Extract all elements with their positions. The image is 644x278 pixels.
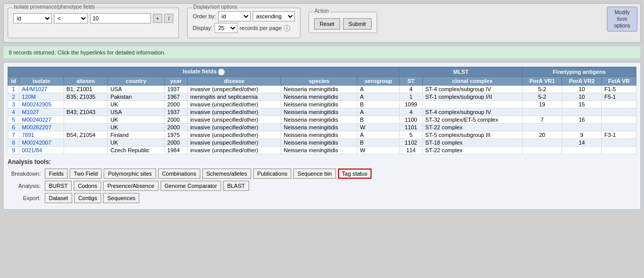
table-cell: meningitis and septicaemia — [188, 93, 281, 100]
table-cell: ST-32 complex/ET-5 complex — [422, 116, 523, 123]
table-cell[interactable]: 6 — [8, 123, 19, 131]
table-cell: Neisseria meningitidis — [281, 85, 357, 93]
export-contigs-button[interactable]: Contigs — [74, 193, 101, 203]
table-cell[interactable]: 4 — [8, 108, 19, 116]
filter-fieldset: Isolate provenance/phenotype fields id i… — [8, 8, 179, 38]
table-cell: UK — [108, 123, 165, 131]
analysis-presence-button[interactable]: Presence/Absence — [103, 181, 158, 191]
breakdown-combinations-button[interactable]: Combinations — [158, 169, 200, 179]
table-cell: 2000 — [165, 138, 188, 146]
finetyping-header: Finetyping antigens — [523, 67, 636, 77]
table-cell: UK — [108, 100, 165, 108]
export-dataset-button[interactable]: Dataset — [45, 193, 72, 203]
table-cell — [602, 100, 636, 108]
table-cell[interactable]: M00242905 — [19, 100, 64, 108]
table-cell: Finland — [108, 131, 165, 138]
table-cell[interactable]: 7891 — [19, 131, 64, 138]
table-cell: B54; Z1054 — [64, 131, 107, 138]
filter-operator-select[interactable]: < <= = >= > contains — [54, 13, 88, 23]
breakdown-twofield-button[interactable]: Two Field — [70, 169, 102, 179]
table-cell[interactable]: 120M — [19, 93, 64, 100]
table-cell: invasive (unspecified/other) — [188, 108, 281, 116]
table-cell: 2000 — [165, 116, 188, 123]
table-cell: 1975 — [165, 131, 188, 138]
table-cell[interactable]: 0021/84 — [19, 146, 64, 154]
table-cell: A — [357, 85, 400, 93]
table-cell[interactable]: M00242007 — [19, 138, 64, 146]
analysis-codons-button[interactable]: Codons — [74, 181, 101, 191]
table-cell: ST-1 complex/subgroup I/II — [422, 93, 523, 100]
breakdown-polymorphic-button[interactable]: Polymorphic sites — [104, 169, 156, 179]
action-fieldset: Action Reset Submit — [309, 12, 377, 33]
table-row: 6M00282207UK2000invasive (unspecified/ot… — [8, 123, 636, 131]
col-year-header: year — [165, 76, 188, 85]
table-cell — [602, 146, 636, 154]
submit-button[interactable]: Submit — [343, 18, 372, 30]
table-cell[interactable]: 5 — [8, 116, 19, 123]
table-cell[interactable]: M00282207 — [19, 123, 64, 131]
table-cell[interactable]: 2 — [8, 93, 19, 100]
table-cell — [523, 138, 562, 146]
col-species-header: species — [281, 76, 357, 85]
col-serogroup-header: serogroup — [357, 76, 400, 85]
table-cell: 16 — [562, 116, 602, 123]
table-cell[interactable]: 3 — [8, 100, 19, 108]
table-cell[interactable]: M1027 — [19, 108, 64, 116]
analysis-row: Analysis: BURST Codons Presence/Absence … — [8, 181, 636, 191]
col-feta-vr-header: FetA VR — [602, 76, 636, 85]
breakdown-seqbin-button[interactable]: Sequence bin — [293, 169, 335, 179]
analysis-burst-button[interactable]: BURST — [45, 181, 72, 191]
table-cell: B43; Z1043 — [64, 108, 107, 116]
table-cell: 1967 — [165, 93, 188, 100]
table-cell: 5-2 — [523, 93, 562, 100]
filter-value-input[interactable] — [90, 13, 151, 23]
table-cell[interactable]: 8 — [8, 138, 19, 146]
per-page-info-icon: i — [284, 25, 290, 32]
table-cell: 2000 — [165, 123, 188, 131]
breakdown-schemes-button[interactable]: Schemes/alleles — [202, 169, 251, 179]
col-clonal-header: clonal complex — [422, 76, 523, 85]
table-cell: invasive (unspecified/other) — [188, 138, 281, 146]
analysis-blast-button[interactable]: BLAST — [223, 181, 249, 191]
filter-field-select[interactable]: id isolate aliases country year disease … — [13, 13, 52, 23]
table-cell[interactable]: 9 — [8, 146, 19, 154]
table-cell: ST-22 complex — [422, 123, 523, 131]
breakdown-tagstatus-button[interactable]: Tag status — [338, 169, 372, 179]
col-id-header: id — [8, 76, 19, 85]
analysis-genome-button[interactable]: Genome Comparator — [161, 181, 221, 191]
table-cell[interactable]: A4/M1027 — [19, 85, 64, 93]
col-pora-vr1-header: PorA VR1 — [523, 76, 562, 85]
table-cell — [562, 146, 602, 154]
analysis-tools-title: Analysis tools: — [8, 158, 636, 165]
table-cell: UK — [108, 116, 165, 123]
table-cell: invasive (unspecified/other) — [188, 116, 281, 123]
breakdown-publications-button[interactable]: Publications — [253, 169, 291, 179]
table-cell: Pakistan — [108, 93, 165, 100]
table-cell: ST-4 complex/subgroup IV — [422, 85, 523, 93]
breakdown-fields-button[interactable]: Fields — [45, 169, 68, 179]
modify-form-options-button[interactable]: Modify form options — [607, 7, 637, 32]
reset-button[interactable]: Reset — [314, 18, 340, 30]
display-options-fieldset: Display/sort options Order by: id isolat… — [187, 8, 300, 38]
table-cell: Neisseria meningitidis — [281, 123, 357, 131]
add-filter-button[interactable]: + — [153, 14, 162, 23]
table-cell: 1937 — [165, 85, 188, 93]
table-cell[interactable]: 7 — [8, 131, 19, 138]
display-label-text: Display: — [193, 25, 212, 31]
table-cell: B35; Z1035 — [64, 93, 107, 100]
table-cell: Neisseria meningitidis — [281, 116, 357, 123]
table-cell: 114 — [400, 146, 422, 154]
direction-select[interactable]: ascending descending — [253, 11, 295, 21]
order-by-label: Order by: — [193, 13, 216, 19]
order-by-select[interactable]: id isolate country year disease — [218, 11, 251, 21]
filter-info-button[interactable]: i — [164, 14, 173, 23]
table-cell: 1100 — [400, 116, 422, 123]
records-per-page-select[interactable]: 10 25 50 100 200 — [214, 23, 237, 33]
table-cell: ST-18 complex — [422, 138, 523, 146]
export-sequences-button[interactable]: Sequences — [103, 193, 139, 203]
display-legend: Display/sort options — [192, 4, 239, 10]
filter-legend: Isolate provenance/phenotype fields — [12, 4, 97, 10]
table-cell[interactable]: M00240227 — [19, 116, 64, 123]
table-cell[interactable]: 1 — [8, 85, 19, 93]
breakdown-label: Breakdown: — [8, 171, 41, 177]
